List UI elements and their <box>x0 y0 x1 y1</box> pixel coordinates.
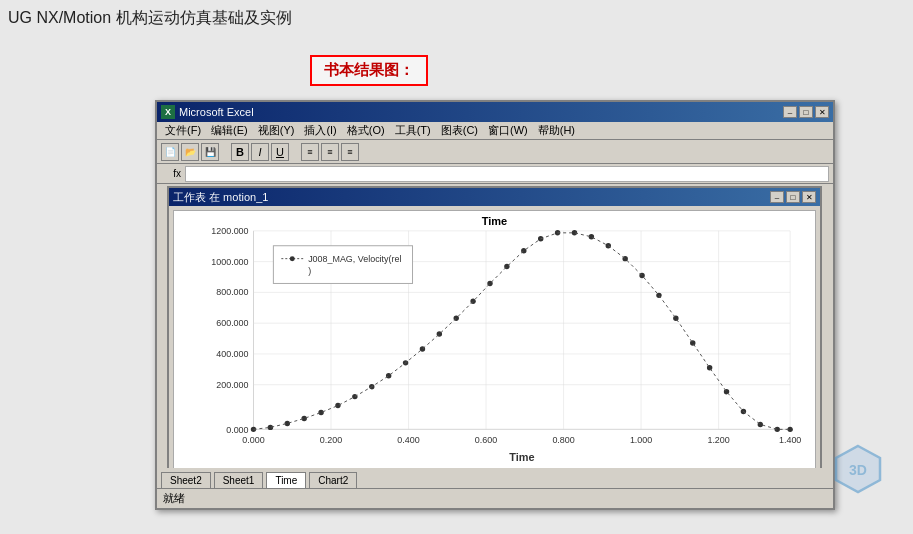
svg-text:): ) <box>308 266 311 276</box>
chart-area: Time <box>173 210 816 480</box>
tab-chart2[interactable]: Chart2 <box>309 472 357 488</box>
svg-text:1.000: 1.000 <box>630 435 652 445</box>
excel-title-left: X Microsoft Excel <box>161 105 254 119</box>
svg-point-67 <box>290 256 295 261</box>
svg-point-37 <box>336 404 340 408</box>
menu-edit[interactable]: 编辑(E) <box>207 123 252 138</box>
excel-toolbar: 📄 📂 💾 B I U ≡ ≡ ≡ <box>157 140 833 164</box>
svg-text:1.400: 1.400 <box>779 435 801 445</box>
page-title: UG NX/Motion 机构运动仿真基础及实例 <box>8 8 292 29</box>
excel-maximize-button[interactable]: □ <box>799 106 813 118</box>
chart-svg: 0.000 200.000 400.000 600.000 800.000 10… <box>174 211 815 479</box>
chart-subwindow: 工作表 在 motion_1 – □ ✕ Time <box>167 186 822 486</box>
book-result-text: 书本结果图： <box>324 61 414 78</box>
toolbar-align-right[interactable]: ≡ <box>341 143 359 161</box>
svg-text:600.000: 600.000 <box>216 318 248 328</box>
excel-app-icon: X <box>161 105 175 119</box>
svg-text:800.000: 800.000 <box>216 287 248 297</box>
svg-point-36 <box>319 411 323 415</box>
excel-statusbar: 就绪 <box>157 488 833 508</box>
svg-text:0.000: 0.000 <box>226 425 248 435</box>
svg-text:0.200: 0.200 <box>320 435 342 445</box>
svg-text:200.000: 200.000 <box>216 380 248 390</box>
menu-format[interactable]: 格式(O) <box>343 123 389 138</box>
chart-close-button[interactable]: ✕ <box>802 191 816 203</box>
svg-text:400.000: 400.000 <box>216 349 248 359</box>
excel-menubar: 文件(F) 编辑(E) 视图(Y) 插入(I) 格式(O) 工具(T) 图表(C… <box>157 122 833 140</box>
svg-text:1200.000: 1200.000 <box>211 226 248 236</box>
menu-file[interactable]: 文件(F) <box>161 123 205 138</box>
chart-maximize-button[interactable]: □ <box>786 191 800 203</box>
tab-time[interactable]: Time <box>266 472 306 488</box>
svg-text:Time: Time <box>509 451 534 463</box>
toolbar-align-center[interactable]: ≡ <box>321 143 339 161</box>
menu-tools[interactable]: 工具(T) <box>391 123 435 138</box>
menu-insert[interactable]: 插入(I) <box>300 123 340 138</box>
formula-input[interactable] <box>185 166 829 182</box>
toolbar-new[interactable]: 📄 <box>161 143 179 161</box>
excel-formulabar: fx <box>157 164 833 184</box>
svg-point-64 <box>788 427 792 431</box>
excel-close-button[interactable]: ✕ <box>815 106 829 118</box>
svg-text:0.800: 0.800 <box>552 435 574 445</box>
svg-text:J008_MAG, Velocity(rel: J008_MAG, Velocity(rel <box>308 254 401 264</box>
toolbar-align-left[interactable]: ≡ <box>301 143 319 161</box>
excel-status-text: 就绪 <box>163 491 185 506</box>
toolbar-save[interactable]: 💾 <box>201 143 219 161</box>
book-result-box: 书本结果图： <box>310 55 428 86</box>
watermark-hex-icon: 3D <box>833 444 883 494</box>
excel-title-text: Microsoft Excel <box>179 106 254 118</box>
chart-minimize-button[interactable]: – <box>770 191 784 203</box>
menu-chart[interactable]: 图表(C) <box>437 123 482 138</box>
excel-minimize-button[interactable]: – <box>783 106 797 118</box>
chart-win-buttons: – □ ✕ <box>770 191 816 203</box>
tab-sheet1[interactable]: Sheet1 <box>214 472 264 488</box>
toolbar-underline[interactable]: U <box>271 143 289 161</box>
svg-point-34 <box>285 421 289 425</box>
svg-point-52 <box>589 235 593 239</box>
toolbar-italic[interactable]: I <box>251 143 269 161</box>
svg-text:0.600: 0.600 <box>475 435 497 445</box>
svg-text:3D: 3D <box>849 462 867 478</box>
menu-view[interactable]: 视图(Y) <box>254 123 299 138</box>
svg-text:1000.000: 1000.000 <box>211 257 248 267</box>
svg-text:0.400: 0.400 <box>397 435 419 445</box>
chart-titlebar: 工作表 在 motion_1 – □ ✕ <box>169 188 820 206</box>
excel-window: X Microsoft Excel – □ ✕ 文件(F) 编辑(E) 视图(Y… <box>155 100 835 510</box>
toolbar-bold[interactable]: B <box>231 143 249 161</box>
chart-title-text: 工作表 在 motion_1 <box>173 190 268 205</box>
excel-win-buttons: – □ ✕ <box>783 106 829 118</box>
excel-sheet-tabs: Sheet2 Sheet1 Time Chart2 <box>157 468 833 488</box>
svg-text:1.200: 1.200 <box>707 435 729 445</box>
formula-fx-label: fx <box>161 168 181 179</box>
svg-rect-65 <box>273 246 412 284</box>
menu-help[interactable]: 帮助(H) <box>534 123 579 138</box>
tab-sheet2[interactable]: Sheet2 <box>161 472 211 488</box>
menu-window[interactable]: 窗口(W) <box>484 123 532 138</box>
svg-text:0.000: 0.000 <box>242 435 264 445</box>
toolbar-open[interactable]: 📂 <box>181 143 199 161</box>
excel-titlebar: X Microsoft Excel – □ ✕ <box>157 102 833 122</box>
